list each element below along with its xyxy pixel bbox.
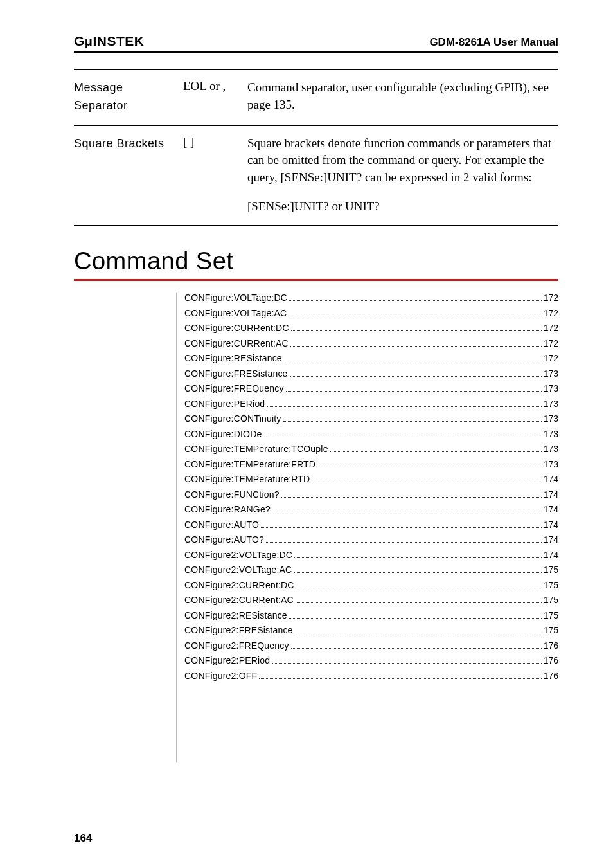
toc-entry-page: 174 — [544, 489, 558, 500]
toc-entry[interactable]: CONFigure:FRESistance173 — [184, 368, 558, 379]
toc-leader-dots — [261, 527, 542, 528]
toc-gutter — [74, 293, 177, 762]
definition-symbol: [ ] — [183, 135, 247, 215]
toc-entry[interactable]: CONFigure:RANGe?174 — [184, 504, 558, 514]
toc-entry[interactable]: CONFigure2:CURRent:AC175 — [184, 595, 558, 605]
toc-entry[interactable]: CONFigure:CONTinuity173 — [184, 413, 558, 424]
toc-entry-label: CONFigure2:FRESistance — [184, 625, 293, 635]
toc-entry-label: CONFigure:FRESistance — [184, 368, 288, 379]
toc-entry[interactable]: CONFigure2:FREQuency176 — [184, 640, 558, 651]
toc-entry[interactable]: CONFigure:TEMPerature:RTD174 — [184, 474, 558, 484]
toc-entry-label: CONFigure:TEMPerature:RTD — [184, 474, 310, 484]
toc-entry[interactable]: CONFigure:TEMPerature:FRTD173 — [184, 459, 558, 469]
toc-entry-page: 172 — [544, 338, 558, 348]
toc-entry[interactable]: CONFigure2:CURRent:DC175 — [184, 580, 558, 590]
toc-leader-dots — [267, 406, 541, 407]
toc-entry[interactable]: CONFigure:VOLTage:DC172 — [184, 293, 558, 303]
toc-list: CONFigure:VOLTage:DC172CONFigure:VOLTage… — [177, 293, 558, 762]
toc-leader-dots — [312, 482, 541, 482]
toc-entry[interactable]: CONFigure2:FRESistance175 — [184, 625, 558, 635]
toc-leader-dots — [291, 330, 542, 331]
toc-entry-page: 173 — [544, 429, 558, 439]
toc-leader-dots — [281, 497, 542, 498]
toc-container: CONFigure:VOLTage:DC172CONFigure:VOLTage… — [74, 293, 558, 762]
toc-entry-label: CONFigure:VOLTage:DC — [184, 293, 287, 303]
toc-entry[interactable]: CONFigure:CURRent:DC172 — [184, 323, 558, 333]
toc-entry-label: CONFigure2:OFF — [184, 671, 257, 681]
toc-entry-page: 172 — [544, 293, 558, 303]
toc-entry-label: CONFigure:RANGe? — [184, 504, 271, 514]
toc-entry[interactable]: CONFigure2:OFF176 — [184, 671, 558, 681]
definition-paragraph: Square brackets denote function commands… — [247, 135, 558, 186]
toc-entry-label: CONFigure:FREQuency — [184, 383, 284, 393]
toc-leader-dots — [290, 346, 542, 347]
definitions-table: Message SeparatorEOL or ,Command separat… — [74, 69, 558, 226]
toc-entry[interactable]: CONFigure:AUTO?174 — [184, 534, 558, 545]
toc-leader-dots — [295, 633, 542, 633]
toc-entry[interactable]: CONFigure:TEMPerature:TCOuple173 — [184, 444, 558, 454]
page-body: GµINSTEK GDM-8261A User Manual Message S… — [0, 0, 613, 762]
toc-entry-page: 175 — [544, 580, 558, 590]
toc-entry[interactable]: CONFigure:PERiod173 — [184, 399, 558, 409]
toc-entry[interactable]: CONFigure2:RESistance175 — [184, 610, 558, 620]
brand-logo: GµINSTEK — [74, 33, 144, 49]
toc-leader-dots — [330, 451, 542, 452]
toc-leader-dots — [317, 467, 542, 467]
definition-term: Message Separator — [74, 79, 183, 115]
toc-entry[interactable]: CONFigure2:VOLTage:DC174 — [184, 550, 558, 560]
toc-entry[interactable]: CONFigure2:PERiod176 — [184, 655, 558, 665]
toc-entry-label: CONFigure:AUTO — [184, 520, 259, 530]
toc-leader-dots — [290, 376, 542, 377]
toc-leader-dots — [289, 316, 541, 316]
definition-description: Square brackets denote function commands… — [247, 135, 558, 215]
toc-entry-page: 173 — [544, 368, 558, 379]
definition-symbol: EOL or , — [183, 79, 247, 115]
toc-entry-label: CONFigure2:PERiod — [184, 655, 270, 665]
toc-entry[interactable]: CONFigure:FREQuency173 — [184, 383, 558, 393]
toc-leader-dots — [272, 512, 542, 512]
toc-entry[interactable]: CONFigure:AUTO174 — [184, 520, 558, 530]
running-header: GµINSTEK GDM-8261A User Manual — [74, 33, 558, 53]
toc-entry-page: 174 — [544, 474, 558, 484]
toc-entry-page: 176 — [544, 655, 558, 665]
toc-entry-label: CONFigure:VOLTage:AC — [184, 308, 287, 318]
section-heading-command-set: Command Set — [74, 248, 558, 281]
toc-leader-dots — [296, 602, 542, 603]
toc-entry-page: 172 — [544, 308, 558, 318]
toc-entry-page: 175 — [544, 565, 558, 575]
manual-title: GDM-8261A User Manual — [429, 36, 558, 49]
definition-paragraph: Command separator, user configurable (ex… — [247, 79, 558, 113]
toc-leader-dots — [259, 678, 541, 679]
toc-entry[interactable]: CONFigure:FUNCtion?174 — [184, 489, 558, 500]
toc-entry[interactable]: CONFigure:RESistance172 — [184, 353, 558, 363]
toc-entry-label: CONFigure:PERiod — [184, 399, 265, 409]
toc-entry-page: 175 — [544, 625, 558, 635]
toc-entry[interactable]: CONFigure:DIODe173 — [184, 429, 558, 439]
toc-entry-label: CONFigure:CURRent:AC — [184, 338, 289, 348]
toc-entry-page: 174 — [544, 534, 558, 545]
toc-leader-dots — [272, 663, 541, 664]
toc-leader-dots — [291, 648, 542, 649]
definition-row: Square Brackets[ ]Square brackets denote… — [74, 125, 558, 225]
toc-entry-page: 173 — [544, 444, 558, 454]
toc-entry-page: 173 — [544, 399, 558, 409]
toc-leader-dots — [266, 542, 542, 543]
toc-entry-label: CONFigure2:CURRent:AC — [184, 595, 294, 605]
toc-entry-page: 174 — [544, 550, 558, 560]
toc-entry[interactable]: CONFigure:VOLTage:AC172 — [184, 308, 558, 318]
toc-leader-dots — [296, 588, 542, 588]
toc-entry-label: CONFigure:FUNCtion? — [184, 489, 280, 500]
definition-description: Command separator, user configurable (ex… — [247, 79, 558, 115]
toc-leader-dots — [284, 361, 542, 361]
toc-entry-label: CONFigure:DIODe — [184, 429, 262, 439]
toc-entry-label: CONFigure:TEMPerature:FRTD — [184, 459, 315, 469]
toc-entry[interactable]: CONFigure2:VOLTage:AC175 — [184, 565, 558, 575]
toc-entry-label: CONFigure2:CURRent:DC — [184, 580, 294, 590]
toc-entry-page: 173 — [544, 383, 558, 393]
toc-entry-label: CONFigure:RESistance — [184, 353, 282, 363]
definition-paragraph: [SENSe:]UNIT? or UNIT? — [247, 198, 558, 215]
toc-entry-page: 172 — [544, 323, 558, 333]
toc-leader-dots — [294, 557, 542, 558]
toc-entry-label: CONFigure2:RESistance — [184, 610, 287, 620]
toc-entry[interactable]: CONFigure:CURRent:AC172 — [184, 338, 558, 348]
